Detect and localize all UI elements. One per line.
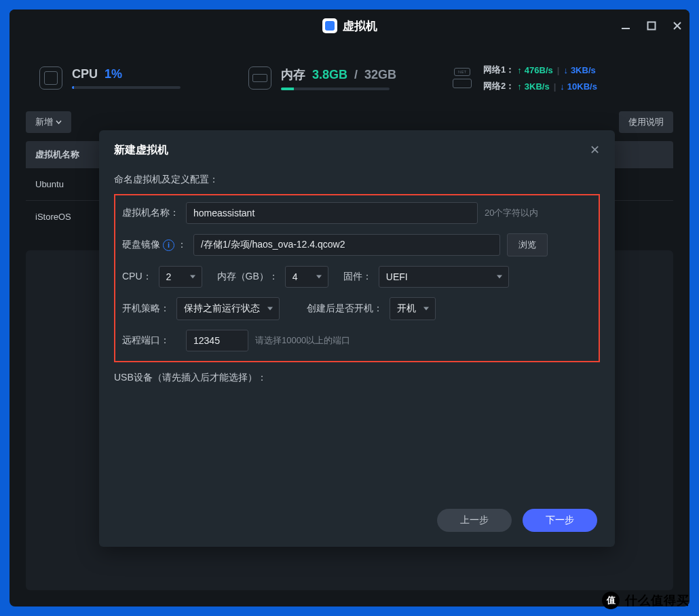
svg-rect-0 — [622, 28, 630, 29]
browse-button[interactable]: 浏览 — [507, 233, 548, 256]
window-title: 虚拟机 — [343, 18, 377, 34]
vm-name-hint: 20个字符以内 — [485, 207, 538, 219]
app-icon — [322, 18, 337, 33]
network-icon: NET — [451, 66, 474, 90]
maximize-button[interactable] — [646, 20, 657, 31]
mem-slash: / — [354, 68, 358, 82]
firmware-select-label: 固件： — [343, 271, 372, 283]
network1-row: 网络1： ↑476B/s | ↓3KB/s — [483, 64, 597, 76]
mem-label: 内存 — [281, 66, 305, 83]
cpu-bar — [72, 86, 181, 89]
add-button[interactable]: 新增 — [26, 111, 71, 133]
highlighted-config-section: 虚拟机名称： 20个字符以内 硬盘镜像 i ： 浏览 CPU： — [114, 194, 600, 362]
cpu-select-label: CPU： — [122, 271, 152, 283]
cpu-label: CPU — [72, 67, 98, 81]
remote-port-input[interactable] — [186, 330, 248, 351]
help-button[interactable]: 使用说明 — [619, 111, 673, 133]
watermark: 值 什么值得买 — [602, 592, 689, 609]
prev-button[interactable]: 上一步 — [437, 509, 512, 532]
modal-title: 新建虚拟机 — [114, 143, 168, 157]
next-button[interactable]: 下一步 — [523, 509, 597, 532]
cpu-value: 1% — [105, 67, 122, 81]
boot-policy-select[interactable]: 保持之前运行状态 — [176, 297, 280, 320]
cpu-icon — [39, 66, 62, 90]
minimize-button[interactable] — [620, 20, 631, 31]
mem-bar — [281, 88, 390, 90]
modal-close-button[interactable]: ✕ — [590, 142, 600, 157]
memory-select-label: 内存（GB）： — [217, 271, 278, 283]
vm-name-input[interactable] — [186, 202, 478, 224]
vm-name-label: 虚拟机名称： — [122, 207, 179, 219]
mem-total: 32GB — [364, 68, 396, 82]
disk-image-input[interactable] — [193, 234, 500, 256]
remote-port-label: 远程端口： — [122, 334, 179, 347]
after-create-label: 创建后是否开机： — [307, 303, 383, 315]
remote-port-hint: 请选择10000以上的端口 — [255, 334, 350, 347]
after-create-select[interactable]: 开机 — [390, 297, 436, 320]
stats-row: CPU 1% 内存 3.8GB / 32GB NET 网络1： ↑476B/s … — [10, 42, 689, 111]
disk-image-label: 硬盘镜像 i ： — [122, 239, 187, 251]
new-vm-modal: 新建虚拟机 ✕ 命名虚拟机及定义配置： 虚拟机名称： 20个字符以内 硬盘镜像 … — [99, 130, 615, 547]
memory-select[interactable]: 4 — [285, 266, 328, 288]
close-button[interactable] — [672, 20, 683, 31]
usb-device-label: USB设备（请先插入后才能选择）： — [114, 372, 600, 384]
mem-used: 3.8GB — [312, 68, 347, 82]
watermark-text: 什么值得买 — [625, 592, 689, 609]
window: 虚拟机 CPU 1% 内存 3.8GB / 32GB NE — [10, 9, 689, 607]
firmware-select[interactable]: UEFI — [379, 266, 509, 288]
section-label: 命名虚拟机及定义配置： — [114, 174, 600, 186]
ram-icon — [248, 66, 271, 90]
title-bar: 虚拟机 — [10, 9, 689, 42]
watermark-badge: 值 — [602, 592, 620, 609]
info-icon[interactable]: i — [163, 239, 174, 251]
cpu-select[interactable]: 2 — [159, 266, 202, 288]
chevron-down-icon — [56, 120, 62, 124]
network2-row: 网络2： ↑3KB/s | ↓10KB/s — [483, 80, 597, 92]
boot-policy-label: 开机策略： — [122, 303, 170, 315]
svg-rect-1 — [648, 22, 656, 30]
